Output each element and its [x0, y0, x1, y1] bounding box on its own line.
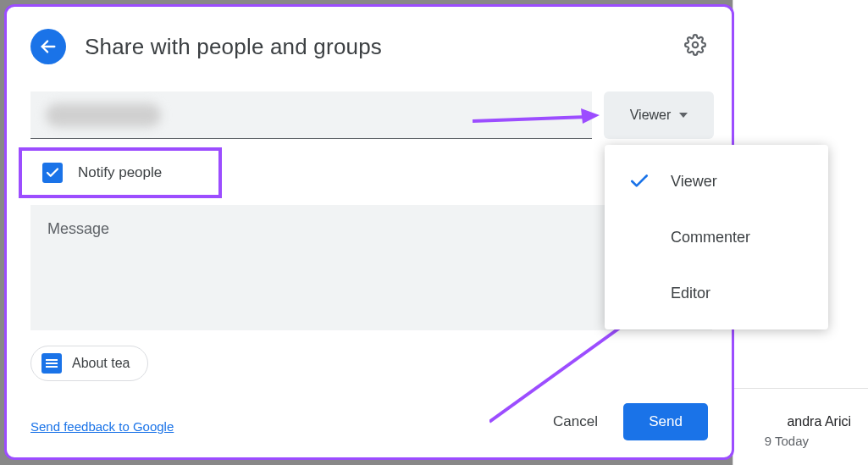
role-dropdown-label: Viewer	[630, 108, 672, 123]
send-feedback-link[interactable]: Send feedback to Google	[30, 419, 174, 434]
role-dropdown-button[interactable]: Viewer	[604, 91, 714, 139]
role-option-label: Commenter	[671, 229, 750, 246]
notify-checkbox[interactable]	[42, 163, 63, 183]
svg-line-2	[473, 117, 587, 121]
arrow-left-icon	[39, 37, 58, 56]
settings-button[interactable]	[684, 34, 706, 59]
person-chip-redacted	[46, 103, 161, 127]
check-icon	[628, 170, 650, 192]
role-option-viewer[interactable]: Viewer	[605, 153, 828, 209]
back-button[interactable]	[30, 29, 66, 64]
chevron-down-icon	[679, 113, 688, 118]
background-user-sub: 9 Today	[765, 434, 809, 448]
gear-icon	[684, 34, 706, 56]
dialog-header: Share with people and groups	[30, 29, 382, 64]
annotation-arrow-icon	[473, 108, 600, 134]
notify-label: Notify people	[78, 164, 162, 181]
role-dropdown-menu: Viewer Commenter Editor	[605, 145, 828, 329]
divider	[733, 388, 868, 389]
role-option-label: Viewer	[671, 173, 717, 191]
role-option-commenter[interactable]: Commenter	[605, 209, 828, 265]
notify-people-highlight: Notify people	[19, 147, 222, 198]
svg-marker-3	[581, 108, 600, 124]
docs-icon	[41, 353, 62, 374]
attachment-name: About tea	[72, 356, 130, 371]
role-option-editor[interactable]: Editor	[605, 265, 828, 321]
background-user-name: andra Arici	[787, 414, 851, 429]
svg-point-1	[693, 42, 699, 48]
check-icon	[45, 165, 60, 180]
message-placeholder: Message	[47, 220, 109, 237]
attachment-chip[interactable]: About tea	[30, 346, 148, 381]
role-option-label: Editor	[671, 285, 710, 302]
dialog-title: Share with people and groups	[85, 34, 382, 60]
